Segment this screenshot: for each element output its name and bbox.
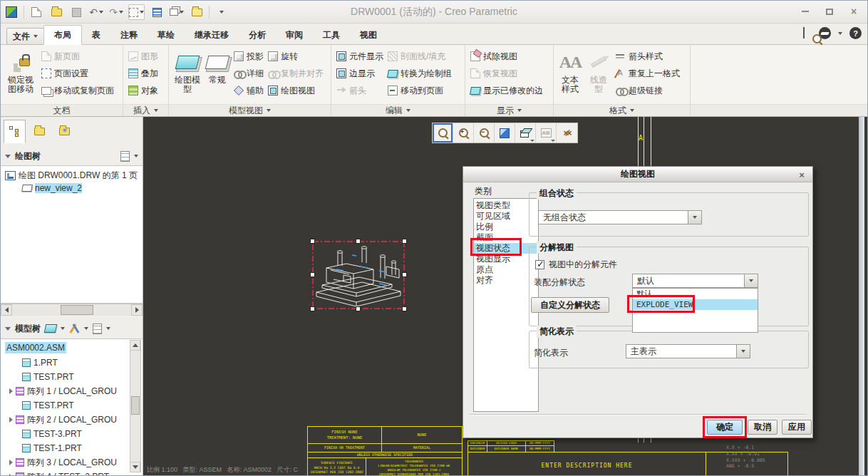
tab-annotate[interactable]: 注释 [110,25,148,45]
book-dropdown-icon[interactable] [61,327,65,330]
lock-view-move-button[interactable]: 锁定视图移动 [4,47,38,104]
option-default[interactable]: 默认 [633,289,758,299]
help-icon[interactable]: ? [849,27,862,39]
simplified-rep-dropdown[interactable]: 主表示 [626,344,750,358]
text-style-button[interactable]: AA 文本样式 [557,47,584,104]
detailed-view-button[interactable]: 详细 [232,66,266,81]
dropdown-arrow-icon[interactable] [744,274,758,287]
arrows-button[interactable]: 箭头 [334,83,386,98]
close-button[interactable]: × [844,5,863,18]
group-label-display[interactable]: 显示 [465,104,553,116]
settings-dropdown-icon[interactable] [106,327,110,330]
expand-icon[interactable] [9,474,13,475]
rotate-view-button[interactable]: 旋转 [266,49,326,63]
dialog-close-icon[interactable]: × [795,169,808,180]
page-setup-button[interactable]: 页面设置 [39,66,116,81]
model-tree-root-item[interactable]: ASM0002.ASM [1,341,143,354]
dropdown-arrow-icon[interactable] [736,345,750,358]
resume-view-button[interactable]: 恢复视图 [468,66,545,81]
tree-settings-icon[interactable] [120,151,130,162]
selection-handle[interactable] [402,306,407,311]
tab-favorites-pane[interactable] [53,120,76,143]
modified-edges-button[interactable]: 显示已修改的边 [468,83,545,98]
graph-button[interactable]: 图形 [126,49,160,63]
repaint-icon[interactable] [495,123,515,143]
model-tree-settings-icon[interactable] [93,324,102,334]
zoom-in-icon[interactable]: + [453,123,474,143]
minimize-button[interactable] [796,5,815,18]
drawing-models-button[interactable]: 绘图模型 [172,47,203,104]
account-dropdown-icon[interactable] [838,32,842,35]
group-label-model-views[interactable]: 模型视图 [169,104,331,116]
tab-analysis[interactable]: 分析 [239,25,276,45]
tab-view[interactable]: 视图 [350,25,387,45]
tab-legacy-migration[interactable]: 继承迁移 [185,25,239,45]
selection-handle[interactable] [356,306,361,311]
line-style-button[interactable]: 线造型 [585,47,612,104]
maximize-button[interactable] [820,5,839,18]
group-label-insert[interactable]: 插入 [123,104,168,116]
zoom-box-icon[interactable] [433,123,453,143]
tab-file[interactable]: 文件 [6,28,44,45]
expand-icon[interactable] [9,417,13,423]
model-tree-vscrollbar[interactable] [130,340,141,472]
component-display-button[interactable]: 元件显示 [334,49,386,63]
model-tree-item[interactable]: 阵列 4 / TEST_2.PRT [1,470,143,475]
vscroll-thumb[interactable] [131,396,140,415]
repeat-format-button[interactable]: 重复上一格式 [614,66,682,81]
display-style-icon[interactable] [515,123,536,143]
tab-layout[interactable]: 布局 [43,25,82,45]
selection-handle[interactable] [356,239,361,244]
projection-view-button[interactable]: 投影 [232,49,266,63]
tab-table[interactable]: 表 [82,25,110,45]
tab-folder-browser-pane[interactable] [29,120,51,143]
assembly-explode-state-dropdown[interactable]: 默认 [632,274,758,288]
hyperlink-button[interactable]: 超级链接 [614,83,682,98]
drawing-view-new-view-2[interactable] [312,241,405,309]
model-tree-item[interactable]: TEST.PRT [1,399,143,412]
model-tree-book-icon[interactable] [44,324,58,333]
dialog-title-bar[interactable]: 绘图视图 [463,167,812,182]
tab-tools[interactable]: 工具 [313,25,350,45]
selection-handle[interactable] [310,239,315,244]
ok-button[interactable]: 确定 [707,420,743,435]
collapse-ribbon-icon[interactable] [803,29,805,38]
model-tree-item[interactable]: 阵列 2 / LOCAL_GROU [1,413,143,426]
move-copy-page-button[interactable]: 移动或复制页面 [39,83,116,98]
object-button[interactable]: 对象 [126,83,160,98]
model-tree-item[interactable]: TEST-3.PRT [1,428,143,440]
explode-components-checkbox[interactable] [535,260,544,269]
zoom-out-icon[interactable]: − [474,123,495,143]
combined-state-dropdown[interactable]: 无组合状态 [538,210,702,224]
tree-settings-dropdown-icon[interactable] [134,155,138,157]
selection-handle[interactable] [310,306,315,311]
copy-align-button[interactable]: 复制并对齐 [266,66,326,81]
expand-icon[interactable] [9,388,13,394]
model-tree-item[interactable]: 阵列 3 / LOCAL_GROU [1,456,143,469]
selection-handle[interactable] [402,239,407,244]
drawing-tree-root-item[interactable]: 绘图 DRW0001.DRW 的第 1 页 [1,169,143,182]
move-to-sheet-button[interactable]: 移动到页面 [386,83,454,98]
selection-handle[interactable] [310,272,315,277]
new-page-button[interactable]: 新页面 [39,49,116,63]
hatch-fill-button[interactable]: 剖面线/填充 [386,49,454,63]
model-tree-item[interactable]: TEST.PRT [1,371,143,383]
model-tree-tools-icon[interactable] [69,324,80,334]
option-explode-view[interactable]: EXPLODE_VIEW [633,299,758,310]
tools-dropdown-icon[interactable] [84,327,88,330]
tab-review[interactable]: 审阅 [276,25,313,45]
tab-sketch[interactable]: 草绘 [148,25,185,45]
dropdown-arrow-icon[interactable] [688,211,701,224]
group-label-format[interactable]: 格式 [554,104,690,116]
overlay-button[interactable]: 叠加 [126,66,160,81]
cancel-button[interactable]: 取消 [748,420,777,435]
datum-display-icon[interactable]: ×⁄× [557,123,577,143]
scroll-up-icon[interactable] [130,340,140,351]
scroll-right-icon[interactable] [131,304,143,316]
arrow-style-button[interactable]: 箭头样式 [614,49,682,63]
scroll-left-icon[interactable] [1,304,12,316]
convert-draft-group-button[interactable]: 转换为绘制组 [386,66,454,81]
scroll-down-icon[interactable] [130,462,140,472]
hscroll-thumb[interactable] [61,305,93,315]
selection-handle[interactable] [402,272,407,277]
